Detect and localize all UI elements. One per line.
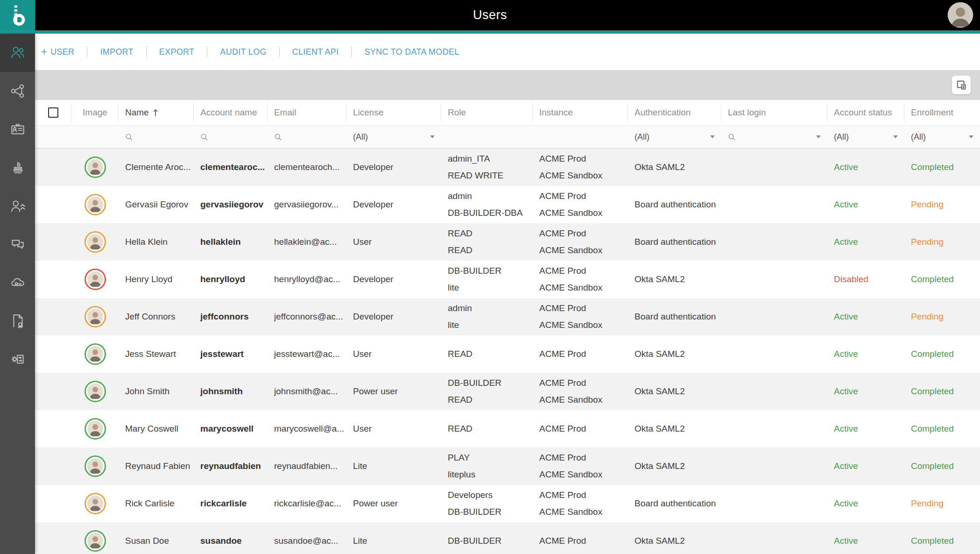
table-row[interactable]: Hella Kleinhellakleinhellaklein@ac...Use…	[35, 223, 980, 261]
account-status-badge: Active	[827, 461, 904, 471]
image-cell	[72, 455, 119, 477]
sidebar-item-certificate[interactable]	[0, 302, 35, 340]
name-cell: Rick Carlisle	[119, 498, 194, 509]
avatar	[85, 493, 106, 514]
filter-last-login[interactable]	[721, 126, 827, 148]
instance-line: ACME Sandbox	[539, 245, 628, 256]
instance-line: ACME Prod	[539, 349, 628, 359]
avatar	[85, 418, 106, 440]
avatar-photo-icon	[87, 458, 103, 474]
table-row[interactable]: Clemente Aroc...clementearoc...clementea…	[35, 149, 980, 186]
column-header-account-name[interactable]: Account name	[194, 104, 268, 121]
select-all-checkbox[interactable]	[48, 107, 58, 118]
add-user-button[interactable]: + USER	[41, 47, 87, 57]
account-name-text: gervasiiegorov	[200, 199, 263, 209]
table-row[interactable]: John Smithjohnsmithjohnsmith@ac...Power …	[35, 373, 980, 410]
column-header-email[interactable]: Email	[268, 104, 346, 121]
table-row[interactable]: Gervasii Egorovgervasiiegorovgervasiiego…	[35, 186, 980, 223]
table-row[interactable]: Jeff Connorsjeffconnorsjeffconnors@ac...…	[35, 298, 980, 335]
column-header-name[interactable]: Name	[119, 104, 194, 121]
role-cell: DB-BUILDER	[441, 536, 533, 546]
table-row[interactable]: Jess Stewartjesstewartjesstewart@ac...Us…	[35, 335, 980, 373]
name-cell: Jeff Connors	[119, 312, 194, 322]
license-cell: User	[346, 349, 441, 359]
name-cell: Reynaud Fabien	[119, 461, 194, 471]
column-header-enrollment[interactable]: Enrollment	[904, 104, 980, 121]
filter-name[interactable]	[119, 126, 194, 148]
sidebar-item-cloud-key[interactable]	[0, 263, 35, 302]
page-title: Users	[0, 0, 980, 30]
image-cell	[72, 418, 119, 440]
license-cell: Power user	[346, 386, 441, 397]
table-row[interactable]: Rick Carlislerickcarlislerickcarlisle@ac…	[35, 485, 980, 522]
email-cell: johnsmith@ac...	[268, 386, 346, 397]
accent-stripe	[0, 30, 980, 34]
filter-account-name[interactable]	[194, 126, 268, 148]
client-api-button[interactable]: CLIENT API	[280, 47, 352, 57]
chevron-down-icon	[816, 135, 821, 138]
image-cell	[72, 493, 119, 514]
filter-license-select[interactable]: (All)	[346, 126, 441, 148]
filter-account-status-select[interactable]: (All)	[827, 126, 904, 148]
avatar-photo-icon	[87, 159, 103, 175]
filter-enrollment-select[interactable]: (All)	[904, 126, 980, 148]
export-button[interactable]: EXPORT	[147, 47, 207, 57]
sidebar-item-id-card[interactable]	[0, 110, 35, 149]
filter-authentication-select[interactable]: (All)	[628, 126, 721, 148]
role-cell: READ	[441, 424, 533, 434]
chevron-down-icon	[969, 135, 973, 138]
sync-data-model-button[interactable]: SYNC TO DATA MODEL	[352, 47, 472, 57]
license-cell: Lite	[346, 461, 441, 471]
audit-log-button[interactable]: AUDIT LOG	[207, 47, 279, 57]
account-name-text: reynaudfabien	[200, 461, 261, 471]
column-header-instance[interactable]: Instance	[533, 104, 628, 121]
instance-cell: ACME Prod	[533, 536, 628, 546]
sidebar-item-share[interactable]	[0, 72, 35, 110]
column-header-image[interactable]: Image	[72, 104, 119, 121]
board-logo[interactable]	[0, 0, 35, 30]
filter-checkbox-cell	[35, 126, 72, 148]
authentication-cell: Okta SAML2	[628, 536, 721, 546]
avatar-photo-icon	[87, 346, 103, 362]
column-header-license[interactable]: License	[346, 104, 441, 121]
instance-cell: ACME ProdACME Sandbox	[533, 228, 628, 256]
account-name-cell: johnsmith	[194, 386, 268, 397]
filter-email[interactable]	[268, 126, 346, 148]
account-name-text: hellaklein	[200, 237, 241, 247]
sort-ascending-icon	[153, 109, 158, 117]
import-button[interactable]: IMPORT	[87, 47, 146, 57]
role-cell: adminlite	[441, 303, 533, 330]
authentication-cell: Okta SAML2	[628, 386, 721, 397]
avatar	[85, 231, 106, 253]
user-avatar[interactable]	[947, 2, 973, 28]
role-line: liteplus	[448, 469, 533, 480]
column-chooser-button[interactable]	[952, 76, 971, 94]
instance-line: ACME Sandbox	[539, 170, 628, 181]
instance-line: ACME Prod	[539, 191, 628, 201]
role-cell: DevelopersDB-BUILDER	[441, 490, 533, 517]
column-header-account-status[interactable]: Account status	[827, 104, 904, 121]
table-row[interactable]: Mary Coswellmarycoswellmarycoswell@a...U…	[35, 410, 980, 447]
enrollment-badge: Completed	[904, 349, 980, 359]
instance-cell: ACME ProdACME Sandbox	[533, 266, 628, 293]
instance-line: ACME Prod	[539, 228, 628, 239]
instance-cell: ACME ProdACME Sandbox	[533, 490, 628, 517]
sidebar-item-data-layers[interactable]	[0, 149, 35, 187]
table-row[interactable]: Henry Lloydhenrylloydhenrylloyd@ac...Dev…	[35, 261, 980, 298]
avatar-photo-icon	[87, 533, 103, 549]
sidebar-item-users[interactable]	[0, 34, 35, 72]
column-header-authentication[interactable]: Authentication	[628, 104, 721, 121]
column-header-last-login[interactable]: Last login	[721, 104, 827, 121]
sidebar-item-chat[interactable]	[0, 225, 35, 263]
avatar-photo-icon	[87, 496, 103, 511]
instance-line: ACME Prod	[539, 453, 628, 463]
sidebar-item-settings[interactable]	[0, 340, 35, 378]
table-row[interactable]: Reynaud Fabienreynaudfabienreynaudfabien…	[35, 447, 980, 485]
chevron-down-icon	[893, 135, 898, 138]
sidebar-item-user-levels[interactable]	[0, 187, 35, 225]
column-header-role[interactable]: Role	[441, 104, 533, 121]
avatar-photo-icon	[87, 234, 103, 250]
instance-cell: ACME ProdACME Sandbox	[533, 303, 628, 330]
table-row[interactable]: Susan Doesusandoesusandoe@ac...LiteDB-BU…	[35, 522, 980, 554]
avatar	[85, 343, 106, 365]
